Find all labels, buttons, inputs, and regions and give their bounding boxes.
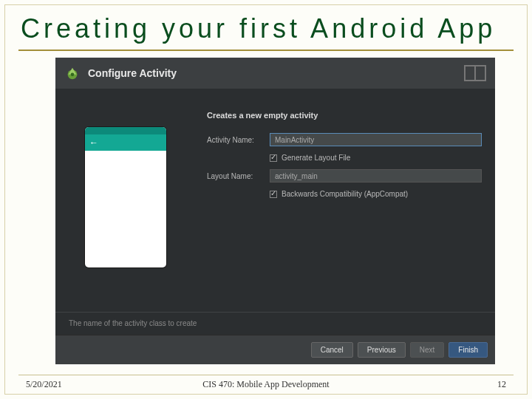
generate-layout-label: Generate Layout File: [282, 154, 350, 162]
form-area: Creates a new empty activity Activity Na…: [207, 111, 482, 205]
dialog-footer: Cancel Previous Next Finish: [55, 335, 495, 364]
activity-name-label: Activity Name:: [207, 136, 270, 144]
phone-preview: ←: [85, 127, 166, 267]
footer-line: [18, 375, 514, 375]
dialog-title: Configure Activity: [88, 67, 177, 79]
form-heading: Creates a new empty activity: [207, 111, 482, 120]
title-underline: [18, 50, 514, 51]
back-arrow-icon: ←: [89, 137, 98, 148]
preview-frame-icon: [464, 65, 486, 81]
hint-separator: [55, 312, 495, 313]
slide-title: Creating your first Android App: [21, 13, 496, 44]
layout-name-input[interactable]: activity_main: [270, 169, 482, 183]
footer-course: CIS 470: Mobile App Development: [0, 379, 532, 390]
android-studio-icon: [64, 65, 81, 81]
phone-statusbar: [85, 127, 166, 134]
hint-text: The name of the activity class to create: [69, 319, 197, 327]
finish-button[interactable]: Finish: [449, 342, 488, 358]
android-studio-dialog: Configure Activity ← Creates a new empty…: [55, 58, 495, 364]
footer-page-number: 12: [497, 379, 506, 390]
dialog-header: Configure Activity: [55, 58, 495, 89]
activity-name-row: Activity Name: MainActivity: [207, 133, 482, 146]
generate-layout-row[interactable]: Generate Layout File: [270, 154, 482, 162]
layout-name-label: Layout Name:: [207, 172, 270, 180]
previous-button[interactable]: Previous: [358, 342, 406, 358]
activity-name-input[interactable]: MainActivity: [270, 133, 482, 146]
phone-appbar: ←: [85, 134, 166, 151]
cancel-button[interactable]: Cancel: [311, 342, 353, 358]
next-button[interactable]: Next: [410, 342, 445, 358]
layout-name-row: Layout Name: activity_main: [207, 169, 482, 183]
backwards-compat-row[interactable]: Backwards Compatibility (AppCompat): [270, 190, 482, 198]
generate-layout-checkbox[interactable]: [270, 154, 277, 162]
backwards-compat-label: Backwards Compatibility (AppCompat): [282, 190, 408, 198]
svg-point-1: [71, 73, 75, 77]
backwards-compat-checkbox[interactable]: [270, 191, 277, 198]
dialog-body: ← Creates a new empty activity Activity …: [55, 89, 495, 335]
